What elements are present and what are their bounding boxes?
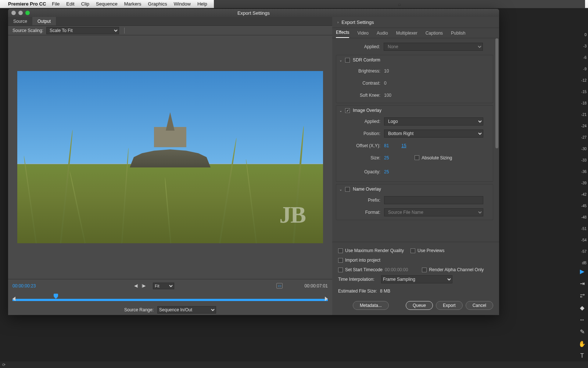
timeline-scrubber[interactable] bbox=[8, 292, 332, 305]
tab-source[interactable]: Source bbox=[8, 17, 32, 25]
sdr-softknee-value[interactable]: 100 bbox=[384, 93, 391, 98]
cancel-button[interactable]: Cancel bbox=[466, 301, 493, 310]
out-point-icon[interactable] bbox=[325, 297, 328, 301]
macos-menubar: Premiere Pro CC File Edit Clip Sequence … bbox=[0, 0, 588, 8]
tool-strip: ▶ ⇥ ⥂ ◆ ↔ ✎ ✋ T bbox=[576, 265, 588, 368]
menubar-search-icon[interactable]: ⌕ bbox=[398, 1, 401, 7]
time-interpolation-select[interactable]: Frame Sampling bbox=[381, 275, 452, 283]
app-name[interactable]: Premiere Pro CC bbox=[8, 1, 46, 7]
step-back-icon[interactable]: ◀| bbox=[134, 283, 138, 288]
overlay-opacity-value[interactable]: 25 bbox=[384, 169, 389, 174]
settings-scrollbar[interactable] bbox=[495, 38, 498, 242]
sdr-contrast-value[interactable]: 0 bbox=[384, 81, 387, 86]
hand-tool-icon[interactable]: ✋ bbox=[578, 340, 586, 347]
preview-panel: Source Output Source Scaling: Scale To F… bbox=[8, 17, 332, 315]
selection-tool-icon[interactable]: ▶ bbox=[580, 268, 584, 275]
name-overlay-group: ⌄ Name Overlay Prefix: Format:Source Fil… bbox=[336, 184, 493, 220]
type-tool-icon[interactable]: T bbox=[580, 353, 584, 359]
render-alpha-only-checkbox[interactable] bbox=[422, 268, 427, 272]
tab-output[interactable]: Output bbox=[32, 17, 56, 25]
image-overlay-checkbox[interactable] bbox=[345, 108, 350, 113]
absolute-sizing-checkbox[interactable] bbox=[415, 155, 419, 160]
set-start-timecode-checkbox[interactable] bbox=[338, 268, 343, 272]
rate-tool-icon[interactable]: ⥂ bbox=[580, 292, 585, 299]
video-preview: JB bbox=[17, 71, 323, 243]
tab-publish[interactable]: Publish bbox=[451, 31, 465, 38]
lumetri-applied-select[interactable]: None bbox=[384, 43, 483, 51]
zoom-window-icon[interactable] bbox=[25, 11, 30, 15]
sdr-brightness-value[interactable]: 10 bbox=[384, 68, 389, 74]
queue-button[interactable]: Queue bbox=[406, 301, 433, 310]
tab-audio[interactable]: Audio bbox=[377, 31, 388, 38]
step-forward-icon[interactable]: |▶ bbox=[142, 283, 146, 288]
settings-panel: › Export Settings Effects Video Audio Mu… bbox=[332, 17, 499, 315]
razor-tool-icon[interactable]: ◆ bbox=[580, 304, 584, 311]
overlay-applied-select[interactable]: Logo bbox=[384, 117, 483, 125]
import-into-project-checkbox[interactable] bbox=[338, 258, 343, 263]
use-previews-checkbox[interactable] bbox=[410, 248, 415, 253]
overlay-position-select[interactable]: Bottom Right bbox=[384, 130, 483, 138]
ripple-tool-icon[interactable]: ⇥ bbox=[580, 280, 585, 287]
name-overlay-prefix-input[interactable] bbox=[384, 196, 483, 204]
tab-video[interactable]: Video bbox=[357, 31, 368, 38]
sdr-conform-checkbox[interactable] bbox=[345, 58, 350, 63]
minimize-window-icon[interactable] bbox=[18, 11, 23, 15]
tab-captions[interactable]: Captions bbox=[426, 31, 443, 38]
chevron-down-icon[interactable]: ⌄ bbox=[339, 109, 342, 113]
max-render-quality-checkbox[interactable] bbox=[338, 248, 343, 253]
export-settings-dialog: Export Settings Source Output Source Sca… bbox=[8, 9, 499, 315]
overlay-size-value[interactable]: 25 bbox=[384, 155, 389, 160]
menu-file[interactable]: File bbox=[52, 1, 60, 7]
source-scaling-select[interactable]: Scale To Fit bbox=[46, 27, 119, 34]
tab-effects[interactable]: Effects bbox=[336, 30, 349, 38]
menu-window[interactable]: Window bbox=[174, 1, 191, 7]
zoom-fit-select[interactable]: Fit bbox=[153, 283, 174, 289]
overlay-offset-x[interactable]: 81 bbox=[384, 143, 389, 148]
menu-graphics[interactable]: Graphics bbox=[148, 1, 167, 7]
chevron-right-icon: › bbox=[337, 20, 338, 24]
tab-multiplexer[interactable]: Multiplexer bbox=[396, 31, 417, 38]
start-timecode-value[interactable]: 00:00:00:00 bbox=[385, 267, 408, 272]
menu-markers[interactable]: Markers bbox=[124, 1, 141, 7]
pen-tool-icon[interactable]: ✎ bbox=[580, 328, 585, 335]
menu-clip[interactable]: Clip bbox=[81, 1, 89, 7]
source-range-label: Source Range: bbox=[124, 307, 154, 312]
overlay-offset-y[interactable]: 15 bbox=[401, 143, 406, 148]
metadata-button[interactable]: Metadata... bbox=[353, 301, 389, 310]
lumetri-applied-label: Applied: bbox=[336, 44, 384, 49]
menu-edit[interactable]: Edit bbox=[66, 1, 74, 7]
close-window-icon[interactable] bbox=[11, 11, 16, 15]
status-bar: ⟳ bbox=[0, 361, 588, 368]
estimated-file-size: 8 MB bbox=[380, 289, 390, 294]
chevron-down-icon[interactable]: ⌄ bbox=[339, 58, 342, 62]
menu-sequence[interactable]: Sequence bbox=[96, 1, 118, 7]
sync-icon[interactable]: ⟳ bbox=[2, 362, 6, 367]
source-range-select[interactable]: Sequence In/Out bbox=[157, 306, 216, 314]
dialog-title: Export Settings bbox=[8, 10, 499, 16]
name-overlay-checkbox[interactable] bbox=[345, 187, 350, 192]
render-options: Use Maximum Render Quality Use Previews … bbox=[332, 242, 499, 298]
export-button[interactable]: Export bbox=[436, 301, 463, 310]
current-timecode[interactable]: 00:00:00:23 bbox=[12, 283, 36, 289]
total-duration: 00:00:07:01 bbox=[305, 283, 328, 289]
slip-tool-icon[interactable]: ↔ bbox=[579, 316, 585, 323]
source-scaling-label: Source Scaling: bbox=[12, 28, 43, 33]
menu-help[interactable]: Help bbox=[197, 1, 207, 7]
in-point-icon[interactable] bbox=[12, 297, 15, 301]
playhead-icon[interactable] bbox=[54, 294, 58, 299]
sdr-conform-group: ⌄ SDR Conform Brightness:10 Contrast:0 S… bbox=[336, 55, 493, 103]
export-settings-section[interactable]: › Export Settings bbox=[332, 17, 499, 28]
dialog-titlebar: Export Settings bbox=[8, 9, 499, 17]
name-overlay-format-select[interactable]: Source File Name bbox=[384, 208, 483, 216]
chevron-down-icon[interactable]: ⌄ bbox=[339, 187, 342, 191]
overlay-watermark: JB bbox=[279, 201, 305, 229]
image-overlay-group: ⌄ Image Overlay Applied:Logo Position:Bo… bbox=[336, 105, 493, 182]
aspect-ratio-icon[interactable]: ▭ bbox=[276, 283, 283, 289]
